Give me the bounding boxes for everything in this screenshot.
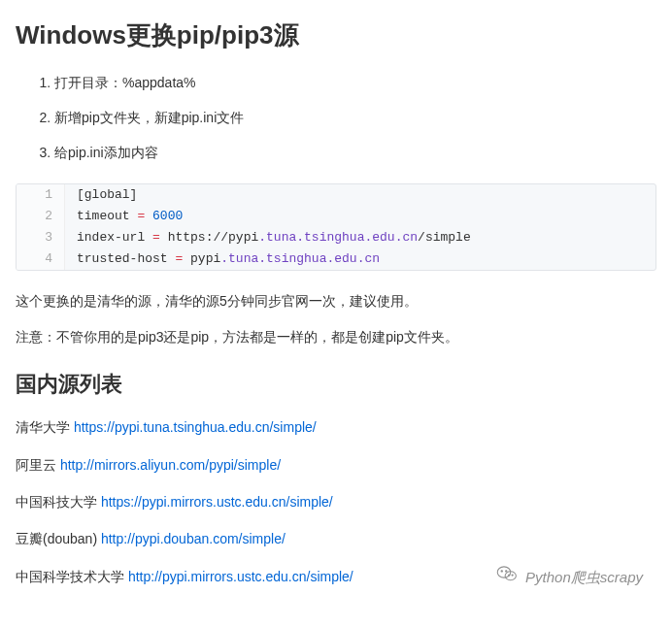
mirror-link[interactable]: https://pypi.tuna.tsinghua.edu.cn/simple… xyxy=(74,419,317,435)
mirror-item: 清华大学 https://pypi.tuna.tsinghua.edu.cn/s… xyxy=(16,416,656,438)
code-line: [global] xyxy=(65,184,137,206)
code-line: timeout = 6000 xyxy=(65,206,183,227)
line-number: 4 xyxy=(17,248,65,270)
main-heading: Windows更换pip/pip3源 xyxy=(16,16,656,56)
mirror-item: 中国科技大学 https://pypi.mirrors.ustc.edu.cn/… xyxy=(16,491,656,512)
mirror-list: 清华大学 https://pypi.tuna.tsinghua.edu.cn/s… xyxy=(16,416,656,587)
sub-heading: 国内源列表 xyxy=(16,367,656,401)
line-number: 2 xyxy=(17,206,65,227)
step-item: 给pip.ini添加内容 xyxy=(54,142,656,163)
mirror-item: 豆瓣(douban) http://pypi.douban.com/simple… xyxy=(16,528,656,549)
mirror-name: 豆瓣(douban) xyxy=(16,531,97,546)
mirror-link[interactable]: https://pypi.mirrors.ustc.edu.cn/simple/ xyxy=(101,494,333,510)
code-block: 1 [global] 2 timeout = 6000 3 index-url … xyxy=(16,183,656,271)
mirror-link[interactable]: http://pypi.douban.com/simple/ xyxy=(101,531,286,546)
line-number: 1 xyxy=(17,184,65,206)
mirror-item: 中国科学技术大学 http://pypi.mirrors.ustc.edu.cn… xyxy=(16,566,656,587)
paragraph: 这个更换的是清华的源，清华的源5分钟同步官网一次，建议使用。 xyxy=(16,290,656,312)
step-item: 新增pip文件夹，新建pip.ini文件 xyxy=(54,107,656,128)
mirror-link[interactable]: http://mirrors.aliyun.com/pypi/simple/ xyxy=(60,457,281,473)
mirror-name: 中国科技大学 xyxy=(16,494,97,510)
step-item: 打开目录：%appdata% xyxy=(54,72,656,93)
mirror-item: 阿里云 http://mirrors.aliyun.com/pypi/simpl… xyxy=(16,454,656,476)
mirror-name: 清华大学 xyxy=(16,419,70,435)
code-line: index-url = https://pypi.tuna.tsinghua.e… xyxy=(65,227,471,248)
line-number: 3 xyxy=(17,227,65,248)
mirror-name: 中国科学技术大学 xyxy=(16,569,124,584)
mirror-name: 阿里云 xyxy=(16,457,56,473)
mirror-link[interactable]: http://pypi.mirrors.ustc.edu.cn/simple/ xyxy=(128,569,353,584)
paragraph: 注意：不管你用的是pip3还是pip，方法都是一样的，都是创建pip文件夹。 xyxy=(16,326,656,347)
steps-list: 打开目录：%appdata% 新增pip文件夹，新建pip.ini文件 给pip… xyxy=(16,72,656,164)
code-line: trusted-host = pypi.tuna.tsinghua.edu.cn xyxy=(65,248,380,270)
